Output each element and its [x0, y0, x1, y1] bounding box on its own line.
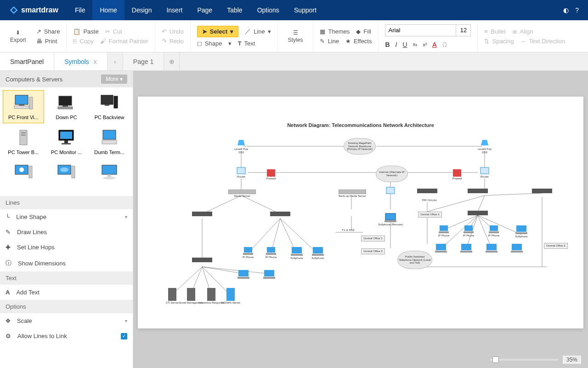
more-button[interactable]: More ▾ — [101, 75, 127, 84]
node-router-left[interactable]: Router — [227, 167, 255, 178]
node-backbone[interactable]: Existing MegaPath Network Backbone (Prim… — [344, 138, 376, 155]
styles-button[interactable]: ☰Styles — [284, 28, 307, 45]
tab-symbols[interactable]: Symbolsx — [54, 52, 107, 70]
node-router-mid[interactable] — [377, 186, 404, 195]
menu-home[interactable]: Home — [92, 0, 124, 20]
symbol-extra2[interactable] — [46, 160, 87, 193]
zoom-slider[interactable] — [490, 359, 559, 361]
node-ipphone-r1[interactable]: IP Phone — [430, 224, 458, 237]
menu-options[interactable]: Options — [250, 0, 287, 20]
themes-button[interactable]: ▦ Themes — [320, 28, 350, 35]
symbol-down-pc[interactable]: Down PC — [46, 90, 87, 123]
line-shape-item[interactable]: └Line Shape▾ — [0, 209, 133, 224]
line-tool[interactable]: ／ Line ▾ — [245, 27, 271, 35]
font-name-input[interactable] — [385, 24, 456, 36]
undo-button[interactable]: ↶ Undo — [162, 28, 184, 35]
text-direction-button[interactable]: ↔ Text Direction — [520, 38, 565, 45]
node-soft-r2[interactable] — [427, 243, 455, 253]
align-button[interactable]: ≣ Align — [512, 28, 533, 35]
zoom-thumb[interactable] — [492, 356, 499, 363]
node-soft2[interactable]: Softphone — [304, 246, 332, 260]
fill-button[interactable]: ◆ Fill — [356, 28, 371, 35]
node-soft3[interactable] — [230, 269, 257, 280]
paste-button[interactable]: 📋 Paste — [73, 28, 98, 35]
underline-button[interactable]: U — [403, 41, 407, 48]
node-co2[interactable]: Central Office 1 — [361, 236, 385, 242]
symbol-pc-backview[interactable]: PC Backview — [89, 90, 130, 123]
tab-page1[interactable]: Page 1 — [123, 52, 164, 70]
subscript-button[interactable]: x₂ — [413, 41, 418, 47]
line-style-button[interactable]: ✎ Line — [320, 38, 339, 45]
redo-button[interactable]: ↷ Redo — [162, 38, 184, 45]
spacing-button[interactable]: ⇅ Spacing — [484, 38, 514, 45]
zoom-value[interactable]: 35% — [562, 355, 582, 364]
show-dimensions-item[interactable]: ⓘShow Dimensions — [0, 255, 133, 271]
node-firewall-right[interactable]: Firewall — [443, 169, 471, 180]
tab-nav-arrow[interactable]: › — [107, 52, 123, 70]
canvas-area[interactable]: Network Diagram: Telecommunications Netw… — [133, 71, 588, 368]
node-soft-r3[interactable] — [452, 243, 480, 253]
allow-lines-checkbox[interactable]: ✓ — [121, 333, 127, 339]
symbol-dumb-terminal[interactable]: Dumb Term... — [89, 125, 130, 158]
node-router-right[interactable]: Router — [471, 167, 498, 178]
scale-item[interactable]: ✥Scale▾ — [0, 313, 133, 328]
select-tool[interactable]: ➤ Select ▾ — [197, 26, 238, 37]
node-ipphone2[interactable]: IP Phone — [257, 246, 285, 259]
add-page-button[interactable]: ⊕ — [164, 52, 180, 70]
node-switch4[interactable] — [464, 189, 492, 194]
print-button[interactable]: 🖶 Print — [36, 38, 60, 45]
menu-table[interactable]: Table — [220, 0, 249, 20]
draw-lines-item[interactable]: ✎Draw Lines — [0, 224, 133, 240]
node-switch7[interactable] — [464, 211, 492, 216]
effects-button[interactable]: ★ Effects — [345, 38, 372, 45]
node-firewall-left[interactable]: Firewall — [257, 169, 285, 180]
node-internet[interactable]: Internet (Alternate IP Network) — [376, 166, 408, 182]
font-color-button[interactable]: A — [432, 41, 436, 48]
canvas[interactable]: Network Diagram: Telecommunications Netw… — [138, 97, 583, 328]
add-text-item[interactable]: AAdd Text — [0, 285, 133, 300]
node-softphone-remote[interactable]: Softphone (Remote) — [377, 213, 404, 226]
menu-support[interactable]: Support — [287, 0, 324, 20]
font-size-input[interactable] — [456, 24, 471, 36]
allow-lines-item[interactable]: ⚙Allow Lines to Link✓ — [0, 328, 133, 344]
tab-smartpanel[interactable]: SmartPanel — [0, 52, 54, 70]
menu-file[interactable]: File — [68, 0, 93, 20]
node-soft-r1[interactable]: Softphone — [508, 224, 535, 238]
bold-button[interactable]: B — [385, 41, 390, 48]
menu-insert[interactable]: Insert — [159, 0, 190, 20]
bullet-button[interactable]: ≡ Bullet — [484, 28, 505, 35]
node-switch3[interactable] — [413, 189, 441, 194]
text-tool[interactable]: T Text — [238, 40, 255, 47]
node-switch5[interactable] — [528, 189, 556, 194]
node-backup[interactable]: Back-up Media Server — [336, 190, 368, 198]
node-co2r[interactable]: Central Office 2 — [544, 243, 568, 249]
node-ipphone-r2[interactable]: IP Phone — [455, 224, 482, 237]
cut-button[interactable]: ✂ Cut — [105, 28, 122, 35]
node-co1[interactable]: Central Office 2 — [418, 212, 442, 218]
line-hops-item[interactable]: ✚Set Line Hops — [0, 240, 133, 255]
node-soft4[interactable] — [255, 269, 283, 280]
node-l3pop-left[interactable]: Level3 PopDS3 — [227, 139, 255, 154]
close-icon[interactable]: x — [94, 58, 97, 65]
menu-page[interactable]: Page — [190, 0, 220, 20]
help-icon[interactable]: ? — [575, 6, 579, 14]
share-button[interactable]: ↗ Share — [36, 28, 60, 35]
node-l3pop-right[interactable]: Level3 PopDS3 — [471, 139, 498, 154]
symbol-pc-tower[interactable]: PC Tower B... — [3, 125, 44, 158]
symbol-pc-monitor[interactable]: PC Monitor ... — [46, 125, 87, 158]
node-media[interactable]: Media Server — [226, 190, 258, 198]
node-soft-r5[interactable] — [503, 243, 531, 253]
node-switch2[interactable] — [266, 212, 294, 217]
symbol-pc-front[interactable]: PC Front Vi... — [3, 90, 44, 123]
shape-tool[interactable]: ◻ Shape ▾ — [197, 40, 232, 47]
menu-design[interactable]: Design — [124, 0, 159, 20]
copy-button[interactable]: ⎘ Copy — [73, 38, 93, 45]
node-switch6[interactable] — [188, 258, 216, 263]
node-ipphone-r3[interactable]: IP Phone — [480, 224, 508, 237]
symbol-extra1[interactable] — [3, 160, 44, 193]
node-co3[interactable]: Central Office 3 — [361, 248, 385, 254]
user-icon[interactable]: ◐ — [563, 6, 569, 14]
format-painter-button[interactable]: 🖌 Format Painter — [100, 38, 148, 45]
node-acd[interactable]: ACDMIS Server — [217, 288, 244, 305]
superscript-button[interactable]: x² — [423, 42, 427, 47]
